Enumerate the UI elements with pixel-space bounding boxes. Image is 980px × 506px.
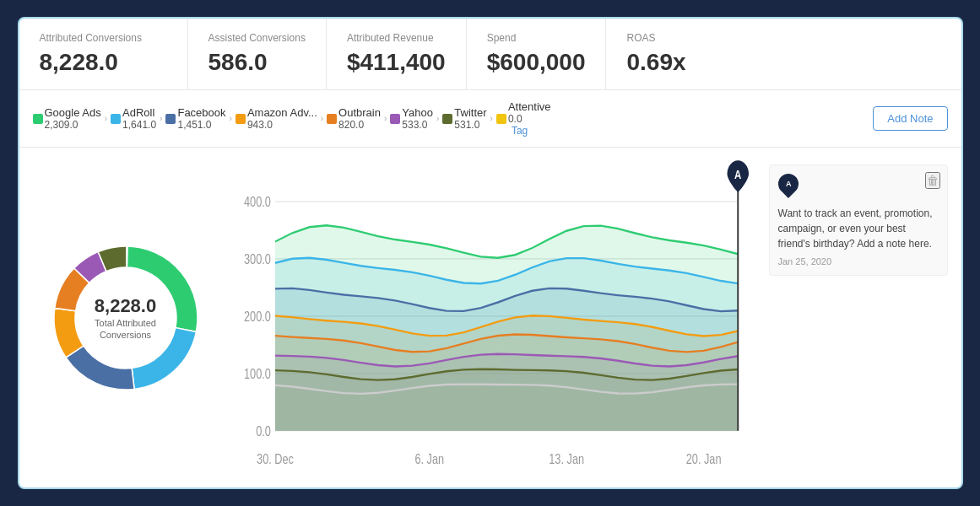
- main-content: 8,228.0 Total Attributed Conversions 0.0…: [19, 148, 961, 487]
- donut-wrapper: 8,228.0 Total Attributed Conversions: [41, 234, 210, 402]
- legend-name-5: Yahoo: [402, 106, 433, 119]
- note-pin-row: A: [778, 174, 939, 201]
- line-chart-area: 0.0100.0200.0300.0400.030. Dec6. Jan13. …: [232, 158, 749, 477]
- metric-label-0: Attributed Conversions: [40, 32, 167, 44]
- metric-assisted-conversions: Assisted Conversions 586.0: [188, 19, 327, 89]
- legend-chevron-6: ›: [490, 114, 493, 123]
- legend-name-6: Twitter: [454, 106, 486, 119]
- legend-chevron-0: ›: [105, 114, 107, 123]
- metrics-row: Attributed Conversions 8,228.0 Assisted …: [19, 19, 961, 90]
- note-pin: A: [774, 170, 803, 198]
- add-note-button[interactable]: Add Note: [873, 106, 947, 131]
- legend-name-7: Attentive: [508, 100, 551, 113]
- legend-item-1[interactable]: AdRoll1,641.0: [111, 106, 156, 131]
- metric-value-1: 586.0: [208, 49, 306, 76]
- legend-dot-3: [236, 114, 246, 124]
- svg-text:0.0: 0.0: [256, 424, 271, 439]
- legend-name-3: Amazon Adv...: [247, 106, 317, 119]
- legend-value-7: 0.0: [508, 113, 551, 125]
- note-panel: 🗑 A Want to track an event, promotion, c…: [762, 158, 948, 477]
- metric-spend: Spend $600,000: [467, 19, 607, 89]
- legend-item-4[interactable]: Outbrain820.0: [327, 106, 381, 131]
- metric-value-0: 8,228.0: [40, 49, 167, 76]
- svg-text:6. Jan: 6. Jan: [414, 452, 444, 467]
- legend-dot-7: [496, 114, 506, 124]
- legend-item-2[interactable]: Facebook1,451.0: [165, 106, 225, 131]
- svg-text:30. Dec: 30. Dec: [257, 452, 294, 467]
- legend-item-7[interactable]: Attentive0.0Tag: [496, 100, 551, 137]
- metric-attributed-conversions: Attributed Conversions 8,228.0: [19, 19, 188, 89]
- legend-dot-5: [390, 114, 400, 124]
- svg-text:400.0: 400.0: [244, 195, 271, 210]
- donut-total: 8,228.0: [95, 294, 156, 316]
- metric-label-2: Attributed Revenue: [347, 32, 446, 44]
- tag-link[interactable]: Tag: [512, 125, 551, 137]
- metric-attributed-revenue: Attributed Revenue $411,400: [327, 19, 467, 89]
- note-date: Jan 25, 2020: [778, 256, 939, 266]
- metric-roas: ROAS 0.69x: [606, 19, 724, 89]
- legend-dot-6: [442, 114, 452, 124]
- legend-item-5[interactable]: Yahoo533.0: [390, 106, 433, 131]
- legend-chevron-5: ›: [436, 114, 439, 123]
- legend-name-0: Google Ads: [45, 106, 101, 119]
- legend-item-3[interactable]: Amazon Adv...943.0: [236, 106, 317, 131]
- legend-chevron-2: ›: [230, 114, 232, 123]
- note-delete-button[interactable]: 🗑: [925, 172, 940, 189]
- legend-name-1: AdRoll: [122, 106, 156, 119]
- metric-label-1: Assisted Conversions: [208, 32, 306, 44]
- legend-value-6: 531.0: [454, 119, 486, 131]
- metric-value-3: $600,000: [487, 49, 586, 76]
- donut-chart-container: 8,228.0 Total Attributed Conversions: [33, 158, 219, 477]
- svg-text:13. Jan: 13. Jan: [549, 452, 584, 467]
- legend-dot-0: [33, 114, 43, 124]
- legend-chevron-1: ›: [160, 114, 162, 123]
- legend-name-2: Facebook: [177, 106, 225, 119]
- note-card: 🗑 A Want to track an event, promotion, c…: [769, 164, 948, 276]
- svg-text:300.0: 300.0: [244, 252, 271, 267]
- legend-name-4: Outbrain: [338, 106, 381, 119]
- legend-value-3: 943.0: [247, 119, 317, 131]
- note-text: Want to track an event, promotion, campa…: [778, 206, 939, 251]
- svg-text:100.0: 100.0: [244, 367, 271, 382]
- metric-value-2: $411,400: [347, 49, 446, 76]
- legend-value-4: 820.0: [338, 119, 381, 131]
- legend-dot-1: [111, 114, 121, 124]
- legend-value-1: 1,641.0: [122, 119, 156, 131]
- legend-chevron-3: ›: [321, 114, 323, 123]
- legend-row: Google Ads2,309.0›AdRoll1,641.0›Facebook…: [19, 90, 961, 148]
- dashboard-card: Attributed Conversions 8,228.0 Assisted …: [18, 17, 963, 489]
- svg-text:A: A: [734, 168, 741, 182]
- metric-label-3: Spend: [487, 32, 586, 44]
- svg-text:200.0: 200.0: [244, 310, 271, 325]
- legend-dot-2: [165, 114, 176, 124]
- legend-dot-4: [327, 114, 337, 124]
- svg-text:20. Jan: 20. Jan: [685, 452, 721, 467]
- donut-label: Total Attributed Conversions: [95, 316, 156, 341]
- metric-label-4: ROAS: [626, 32, 704, 44]
- legend-chevron-4: ›: [384, 114, 387, 123]
- legend-item-6[interactable]: Twitter531.0: [442, 106, 486, 131]
- legend-value-5: 533.0: [402, 119, 433, 131]
- metric-value-4: 0.69x: [626, 49, 704, 76]
- donut-center: 8,228.0 Total Attributed Conversions: [95, 294, 156, 341]
- legend-value-2: 1,451.0: [177, 119, 225, 131]
- legend-item-0[interactable]: Google Ads2,309.0: [33, 106, 101, 131]
- legend-value-0: 2,309.0: [45, 119, 101, 131]
